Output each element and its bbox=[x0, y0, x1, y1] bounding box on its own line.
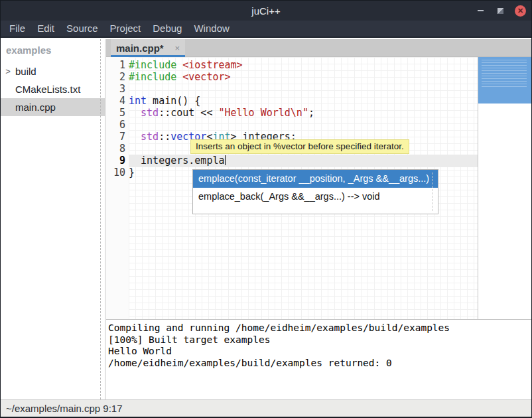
text-caret bbox=[225, 155, 226, 165]
editor[interactable]: 12345678910 #include <iostream>#include … bbox=[106, 57, 532, 319]
minimap-viewport[interactable] bbox=[478, 57, 532, 104]
code-line[interactable] bbox=[129, 83, 478, 95]
tree-item-main-cpp[interactable]: main.cpp bbox=[1, 98, 105, 116]
menu-item-edit[interactable]: Edit bbox=[31, 21, 60, 36]
line-number-gutter: 12345678910 bbox=[106, 57, 129, 319]
token bbox=[129, 107, 141, 119]
statusbar-path-position: ~/examples/main.cpp 9:17 bbox=[6, 403, 123, 414]
autocomplete-popup: emplace(const_iterator __position, _Args… bbox=[192, 169, 438, 214]
window-controls: ✕ bbox=[475, 1, 526, 21]
output-line: /home/eidheim/examples/build/examples re… bbox=[108, 358, 532, 370]
token: ; bbox=[308, 107, 314, 119]
minimap[interactable] bbox=[478, 57, 532, 319]
line-number: 9 bbox=[106, 155, 129, 167]
tree-item-label: CMakeLists.txt bbox=[15, 84, 80, 95]
main-area: main.cpp* × 12345678910 #include <iostre… bbox=[106, 39, 532, 399]
token: std bbox=[141, 131, 159, 143]
tab-label: main.cpp* bbox=[116, 42, 172, 54]
file-tree: >buildCMakeLists.txtmain.cpp bbox=[1, 62, 105, 116]
code-line[interactable]: #include <vector> bbox=[129, 71, 478, 83]
menu-item-project[interactable]: Project bbox=[104, 21, 147, 36]
minimize-button[interactable] bbox=[475, 5, 486, 16]
menubar: FileEditSourceProjectDebugWindow bbox=[1, 21, 531, 38]
menu-item-source[interactable]: Source bbox=[60, 21, 104, 36]
close-icon: ✕ bbox=[517, 7, 523, 15]
tabstrip: main.cpp* × bbox=[106, 39, 532, 57]
output-line: [100%] Built target examples bbox=[108, 334, 532, 346]
token: "Hello World\n" bbox=[218, 107, 308, 119]
code-line[interactable]: integers.empla bbox=[129, 155, 478, 167]
sidebar-scrollbar[interactable] bbox=[100, 39, 101, 399]
tree-item-label: build bbox=[15, 66, 36, 77]
output-line: Compiling and running /home/eidheim/exam… bbox=[108, 322, 532, 334]
tree-item-label: main.cpp bbox=[15, 102, 56, 113]
code-line[interactable]: std::cout << "Hello World\n"; bbox=[129, 107, 478, 119]
token: integers.empla bbox=[129, 155, 225, 167]
tree-item-build[interactable]: >build bbox=[1, 62, 105, 80]
menu-item-debug[interactable]: Debug bbox=[147, 21, 188, 36]
line-number: 8 bbox=[106, 143, 129, 155]
doc-tooltip: Inserts an object in %vector before spec… bbox=[190, 139, 409, 154]
tab-close-icon[interactable]: × bbox=[172, 43, 180, 53]
line-number: 10 bbox=[106, 167, 129, 178]
token bbox=[129, 131, 141, 143]
sidebar: examples >buildCMakeLists.txtmain.cpp bbox=[1, 39, 105, 399]
code-line[interactable]: int main() { bbox=[129, 95, 478, 107]
token: <iostream> bbox=[182, 59, 242, 71]
restore-icon bbox=[498, 8, 503, 14]
autocomplete-item[interactable]: emplace_back(_Args &&__args...) --> void bbox=[193, 188, 438, 206]
token: int bbox=[129, 95, 147, 107]
statusbar: ~/examples/main.cpp 9:17 bbox=[1, 399, 531, 417]
expander-icon[interactable]: > bbox=[1, 66, 15, 76]
tree-item-cmakelists-txt[interactable]: CMakeLists.txt bbox=[1, 80, 105, 98]
code-line[interactable] bbox=[129, 119, 478, 131]
token: #include bbox=[129, 71, 182, 83]
line-number: 6 bbox=[106, 119, 129, 131]
token: #include bbox=[129, 59, 182, 71]
line-number: 2 bbox=[106, 71, 129, 83]
line-number: 4 bbox=[106, 95, 129, 107]
output-panel: Compiling and running /home/eidheim/exam… bbox=[106, 319, 532, 399]
token: std bbox=[141, 107, 159, 119]
code-line[interactable]: #include <iostream> bbox=[129, 59, 478, 71]
tab-main-cpp[interactable]: main.cpp* × bbox=[111, 39, 185, 57]
autocomplete-scrollbar[interactable] bbox=[432, 173, 433, 211]
line-number: 7 bbox=[106, 131, 129, 143]
menu-item-window[interactable]: Window bbox=[188, 21, 235, 36]
app-window: juCi++ ✕ FileEditSourceProjectDebugWindo… bbox=[0, 0, 532, 418]
minimap-code-lines bbox=[482, 60, 527, 88]
autocomplete-item[interactable]: emplace(const_iterator __position, _Args… bbox=[193, 170, 438, 188]
token: ::cout << bbox=[159, 107, 218, 119]
token: :: bbox=[159, 131, 170, 143]
titlebar[interactable]: juCi++ ✕ bbox=[1, 1, 531, 21]
project-name-header: examples bbox=[1, 39, 105, 62]
line-number: 3 bbox=[106, 83, 129, 95]
token: } bbox=[129, 167, 135, 178]
token: main() { bbox=[147, 95, 200, 107]
output-line: Hello World bbox=[108, 346, 532, 358]
line-number: 1 bbox=[106, 59, 129, 71]
line-number: 5 bbox=[106, 107, 129, 119]
maximize-button[interactable] bbox=[495, 5, 505, 16]
token: <vector> bbox=[182, 71, 230, 83]
minimize-icon bbox=[478, 10, 484, 11]
close-button[interactable]: ✕ bbox=[515, 5, 526, 17]
menu-item-file[interactable]: File bbox=[3, 21, 31, 36]
window-title: juCi++ bbox=[251, 5, 280, 17]
